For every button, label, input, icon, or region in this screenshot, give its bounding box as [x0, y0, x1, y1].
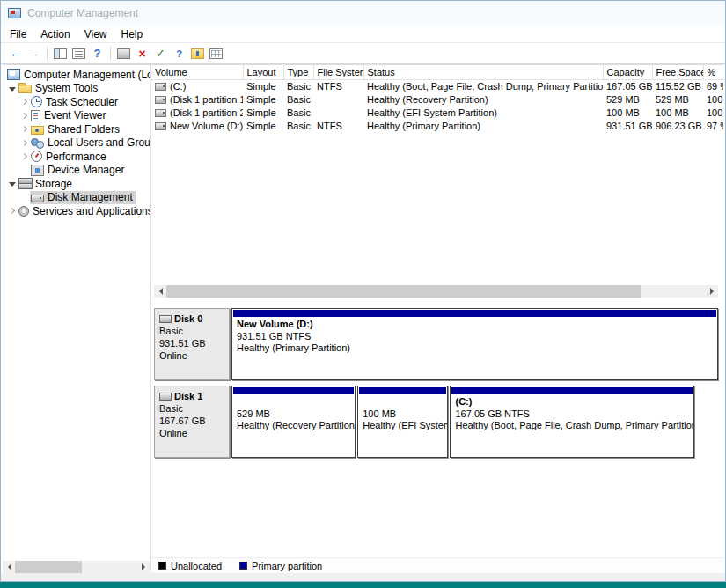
- column-header-type[interactable]: Type: [283, 65, 313, 80]
- volume-icon: [155, 109, 166, 117]
- sidebar-item-shared-folders[interactable]: Shared Folders: [3, 122, 150, 136]
- legend-primary-partition: Primary partition: [239, 561, 322, 571]
- expand-chevron-icon[interactable]: [18, 151, 30, 162]
- partition-title: (C:): [455, 396, 689, 408]
- unallocated-swatch-icon: [158, 562, 166, 570]
- partition-efi[interactable]: 100 MB Healthy (EFI System Partition): [357, 386, 448, 458]
- partition-c[interactable]: (C:) 167.05 GB NTFS Healthy (Boot, Page …: [450, 386, 694, 458]
- properties-check-icon[interactable]: ✓: [151, 45, 170, 62]
- volume-type: Basic: [283, 80, 313, 93]
- partition-recovery[interactable]: 529 MB Healthy (Recovery Partition): [231, 386, 356, 458]
- views-icon[interactable]: [207, 45, 225, 62]
- volume-row-disk1-partition1[interactable]: (Disk 1 partition 1) Simple Basic Health…: [151, 93, 723, 107]
- expand-chevron-icon[interactable]: [18, 123, 30, 135]
- help-doc-icon[interactable]: ?: [170, 45, 188, 62]
- scroll-track[interactable]: [166, 285, 706, 298]
- disk-name: Disk 0: [174, 312, 202, 325]
- show-console-tree-icon[interactable]: [51, 45, 70, 62]
- menu-help[interactable]: Help: [114, 26, 150, 42]
- disk-icon: [159, 315, 172, 323]
- open-folder-icon[interactable]: [188, 45, 207, 62]
- disk-status: Online: [159, 427, 224, 439]
- column-header-volume[interactable]: Volume: [151, 65, 243, 80]
- menu-action[interactable]: Action: [33, 26, 77, 42]
- collapse-chevron-icon[interactable]: [6, 178, 18, 189]
- sidebar-item-services-and-applications[interactable]: Services and Applications: [3, 204, 150, 218]
- primary-partition-color-bar: [233, 310, 716, 317]
- column-header-capacity[interactable]: Capacity: [603, 65, 652, 80]
- expand-chevron-icon[interactable]: [18, 96, 30, 107]
- delete-icon[interactable]: ×: [133, 45, 151, 62]
- sidebar-item-system-tools[interactable]: System Tools: [3, 82, 150, 96]
- device-manager-icon: [31, 165, 44, 176]
- partition-size: 100 MB: [363, 408, 443, 421]
- sidebar-item-local-users-and-groups[interactable]: Local Users and Groups: [3, 136, 150, 151]
- volume-row-c[interactable]: (C:) Simple Basic NTFS Healthy (Boot, Pa…: [151, 80, 723, 93]
- legend-unallocated: Unallocated: [158, 561, 222, 571]
- column-header-layout[interactable]: Layout: [243, 65, 283, 80]
- menu-file[interactable]: File: [3, 26, 33, 42]
- volume-status: Healthy (Boot, Page File, Crash Dump, Pr…: [363, 80, 603, 93]
- toolbar-separator: [47, 47, 48, 61]
- tree-label: Disk Management: [48, 191, 133, 203]
- volume-list: Volume Layout Type File System Status Ca…: [151, 65, 723, 133]
- expand-chevron-icon[interactable]: [18, 110, 30, 121]
- disk-1-label[interactable]: Disk 1 Basic 167.67 GB Online: [154, 386, 230, 458]
- disk-name: Disk 1: [174, 390, 202, 402]
- sidebar-item-computer-management[interactable]: Computer Management (Local): [3, 68, 150, 82]
- open-folder-glyph: [191, 48, 204, 59]
- disk-1-row: Disk 1 Basic 167.67 GB Online 529 MB Hea…: [154, 386, 718, 458]
- partition-status: Healthy (Boot, Page File, Crash Dump, Pr…: [455, 420, 689, 432]
- column-header-file-system[interactable]: File System: [313, 65, 363, 80]
- back-icon[interactable]: ←: [6, 45, 25, 62]
- collapse-chevron-icon[interactable]: [6, 83, 18, 94]
- volume-capacity: 529 MB: [603, 93, 652, 107]
- partition-new-volume-d[interactable]: New Volume (D:) 931.51 GB NTFS Healthy (…: [231, 308, 718, 380]
- system-tools-icon: [18, 85, 32, 93]
- disk-status: Online: [159, 349, 224, 362]
- scroll-thumb[interactable]: [166, 285, 641, 298]
- sidebar-item-device-manager[interactable]: Device Manager: [3, 164, 150, 178]
- volume-name: (Disk 1 partition 2): [170, 107, 243, 118]
- scroll-track[interactable]: [15, 561, 137, 573]
- sidebar-item-storage[interactable]: Storage: [3, 177, 150, 191]
- menu-view[interactable]: View: [77, 26, 114, 42]
- volume-free: 529 MB: [652, 93, 703, 107]
- export-list-glyph: [72, 48, 85, 59]
- volume-row-d[interactable]: New Volume (D:) Simple Basic NTFS Health…: [151, 120, 723, 133]
- disk-icon: [159, 393, 172, 401]
- task-scheduler-icon: [31, 96, 42, 107]
- sidebar-item-event-viewer[interactable]: Event Viewer: [3, 109, 150, 123]
- legend-label: Primary partition: [252, 561, 322, 571]
- scroll-right-icon[interactable]: [137, 561, 150, 573]
- scroll-right-icon[interactable]: [706, 285, 718, 298]
- column-header-percent[interactable]: %: [703, 65, 723, 80]
- sidebar-item-task-scheduler[interactable]: Task Scheduler: [3, 95, 150, 109]
- expand-chevron-icon[interactable]: [18, 137, 30, 149]
- sidebar-item-disk-management[interactable]: Disk Management: [3, 191, 150, 205]
- devices-icon[interactable]: [114, 45, 133, 62]
- volume-capacity: 100 MB: [603, 107, 652, 120]
- scroll-thumb[interactable]: [15, 561, 82, 573]
- column-header-free-space[interactable]: Free Space: [652, 65, 703, 80]
- volume-fs: [313, 107, 363, 120]
- title-bar[interactable]: Computer Management: [1, 1, 725, 26]
- volume-fs: NTFS: [313, 80, 363, 93]
- sidebar-item-performance[interactable]: Performance: [3, 150, 150, 164]
- devices-glyph: [117, 48, 130, 59]
- scroll-left-icon[interactable]: [154, 285, 166, 298]
- disk-type: Basic: [159, 402, 224, 415]
- forward-icon[interactable]: →: [25, 45, 43, 62]
- export-list-icon[interactable]: [70, 45, 88, 62]
- scroll-left-icon[interactable]: [3, 561, 15, 573]
- disk-0-label[interactable]: Disk 0 Basic 931.51 GB Online: [154, 308, 230, 380]
- help-icon[interactable]: ?: [88, 45, 106, 62]
- column-header-status[interactable]: Status: [363, 65, 603, 80]
- partition-size: 931.51 GB NTFS: [237, 331, 713, 343]
- volume-row-disk1-partition2[interactable]: (Disk 1 partition 2) Simple Basic Health…: [151, 107, 723, 120]
- expand-chevron-icon[interactable]: [6, 205, 18, 217]
- computer-icon: [7, 69, 20, 80]
- tree-label: Device Manager: [48, 164, 124, 176]
- list-horizontal-scrollbar[interactable]: [154, 285, 718, 298]
- tree-horizontal-scrollbar[interactable]: [3, 561, 150, 573]
